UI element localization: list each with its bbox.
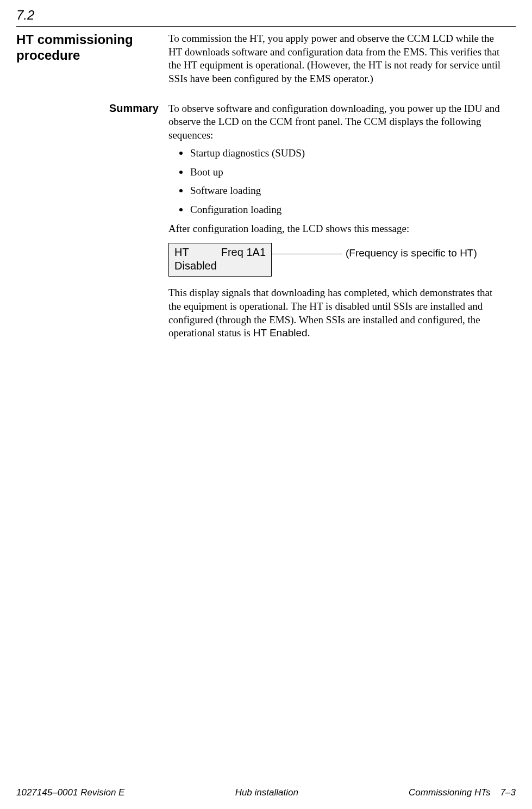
lcd-line1-left: HT (174, 246, 189, 259)
list-item: Startup diagnostics (SUDS) (168, 147, 505, 160)
closing-paragraph: This display signals that downloading ha… (168, 286, 505, 340)
lcd-display-row: HT Freq 1A1 Disabled (Frequency is speci… (168, 243, 505, 277)
summary-heading: Summary (16, 102, 159, 115)
intro-body: To commission the HT, you apply power an… (168, 32, 505, 90)
summary-block: Summary To observe software and configur… (16, 102, 516, 344)
list-item: Boot up (168, 166, 505, 179)
summary-intro: To observe software and configuration do… (168, 102, 505, 142)
lcd-line-1: HT Freq 1A1 (174, 246, 266, 259)
lcd-annotation: (Frequency is specific to HT) (346, 247, 477, 260)
sequence-list: Startup diagnostics (SUDS) Boot up Softw… (168, 147, 505, 217)
after-sequence-text: After configuration loading, the LCD sho… (168, 222, 505, 236)
lcd-line1-right: Freq 1A1 (221, 246, 266, 259)
lcd-line-2: Disabled (174, 259, 266, 273)
footer-left: 1027145–0001 Revision E (16, 787, 124, 798)
footer-right-title: Commissioning HTs (409, 787, 491, 798)
summary-body: To observe software and configuration do… (168, 102, 505, 344)
footer-right: Commissioning HTs 7–3 (409, 787, 516, 798)
connector-line (272, 254, 342, 255)
main-heading-col: HT commissioning procedure (16, 32, 168, 64)
list-item: Software loading (168, 184, 505, 198)
section-number: 7.2 (16, 5, 516, 27)
footer-right-page: 7–3 (500, 787, 516, 798)
closing-text-1: This display signals that downloading ha… (168, 287, 492, 338)
footer-center: Hub installation (235, 787, 298, 798)
intro-paragraph: To commission the HT, you apply power an… (168, 32, 505, 86)
intro-block: HT commissioning procedure To commission… (16, 32, 516, 90)
page-footer: 1027145–0001 Revision E Hub installation… (16, 787, 516, 798)
main-heading: HT commissioning procedure (16, 32, 159, 64)
lcd-display-box: HT Freq 1A1 Disabled (168, 243, 272, 277)
summary-heading-col: Summary (16, 102, 168, 115)
list-item: Configuration loading (168, 203, 505, 217)
closing-status: HT Enabled (253, 327, 308, 338)
closing-period: . (308, 327, 310, 338)
